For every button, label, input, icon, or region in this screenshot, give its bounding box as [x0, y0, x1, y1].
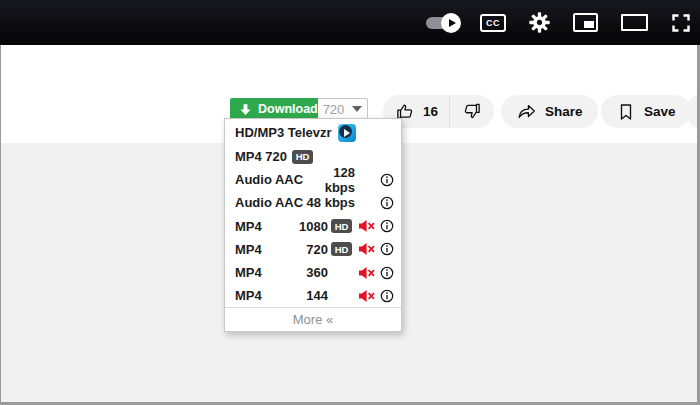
settings-button[interactable] — [529, 12, 550, 33]
hd-badge: HD — [331, 242, 352, 256]
menu-item-value: 128 kbps — [303, 165, 355, 195]
video-player-control-bar: CC — [0, 0, 700, 45]
televzr-logo-icon — [338, 124, 356, 142]
info-icon[interactable] — [379, 289, 394, 303]
download-format-menu: HD/MP3 Televzr MP4 720 HD Audio AAC 128 … — [224, 118, 402, 332]
download-arrow-icon — [239, 103, 252, 116]
player-controls: CC — [426, 0, 691, 45]
thumbs-down-icon — [461, 101, 482, 122]
theater-mode-button[interactable] — [621, 14, 648, 31]
info-icon[interactable] — [379, 196, 394, 210]
info-icon[interactable] — [379, 266, 394, 280]
menu-more-label: More « — [293, 312, 333, 327]
autoplay-toggle[interactable] — [426, 17, 457, 29]
play-icon — [449, 19, 456, 27]
download-button[interactable]: Download — [230, 98, 318, 120]
share-button-label: Share — [545, 104, 583, 119]
menu-item-televzr[interactable]: HD/MP3 Televzr — [225, 120, 401, 145]
screen: CC — [0, 0, 700, 405]
hd-badge: HD — [292, 150, 313, 164]
fullscreen-button[interactable] — [671, 13, 691, 33]
miniplayer-button[interactable] — [573, 13, 598, 32]
quality-selector[interactable]: 720 — [318, 98, 368, 120]
like-count: 16 — [423, 104, 438, 119]
info-icon[interactable] — [379, 242, 394, 256]
menu-item-value: 1080 — [262, 219, 328, 234]
menu-item-audio-128[interactable]: Audio AAC 128 kbps — [225, 168, 401, 191]
menu-item-label: MP4 — [235, 219, 262, 234]
closed-captions-button[interactable]: CC — [480, 14, 506, 32]
menu-item-label: HD/MP3 Televzr — [235, 125, 332, 140]
cc-icon: CC — [480, 14, 506, 32]
gear-icon — [529, 12, 550, 33]
hd-badge: HD — [331, 219, 352, 233]
pill-divider — [449, 95, 450, 128]
save-button-label: Save — [644, 104, 676, 119]
menu-item-label: MP4 — [235, 265, 262, 280]
menu-item-mp4-720[interactable]: MP4 720 HD — [225, 238, 401, 261]
menu-item-label: Audio AAC — [235, 195, 303, 210]
menu-more-button[interactable]: More « — [225, 307, 401, 331]
fullscreen-icon — [671, 13, 691, 33]
chevron-down-icon — [352, 106, 362, 112]
page-border-left — [0, 45, 1, 405]
muted-audio-icon — [358, 220, 375, 232]
menu-item-mp4-144[interactable]: MP4 144 — [225, 284, 401, 307]
download-button-label: Download — [258, 102, 318, 116]
share-button[interactable]: Share — [501, 95, 598, 128]
muted-audio-icon — [358, 243, 375, 255]
menu-item-value: 48 kbps — [303, 195, 355, 210]
bookmark-icon — [616, 102, 636, 122]
menu-item-label: MP4 — [235, 288, 262, 303]
muted-audio-icon — [358, 267, 375, 279]
share-icon — [516, 101, 537, 122]
menu-item-label: MP4 — [235, 242, 262, 257]
menu-item-mp4-1080[interactable]: MP4 1080 HD — [225, 215, 401, 238]
menu-item-audio-48[interactable]: Audio AAC 48 kbps — [225, 191, 401, 214]
save-button[interactable]: Save — [601, 95, 691, 128]
menu-item-label: MP4 720 — [235, 149, 287, 164]
info-icon[interactable] — [379, 173, 394, 187]
theater-mode-icon — [621, 14, 648, 31]
menu-item-value: 144 — [262, 288, 328, 303]
autoplay-toggle-track — [426, 17, 457, 29]
quality-selected-value: 720 — [323, 102, 345, 117]
miniplayer-icon — [573, 13, 598, 32]
muted-audio-icon — [358, 290, 375, 302]
dislike-button[interactable] — [461, 101, 482, 122]
menu-item-mp4-360[interactable]: MP4 360 — [225, 261, 401, 284]
info-icon[interactable] — [379, 219, 394, 233]
menu-item-label: Audio AAC — [235, 172, 303, 187]
menu-item-value: 720 — [262, 242, 328, 257]
autoplay-toggle-knob — [441, 13, 461, 33]
televzr-logo-play — [344, 129, 350, 137]
download-control: Download 720 — [230, 98, 368, 120]
menu-item-value: 360 — [262, 265, 328, 280]
